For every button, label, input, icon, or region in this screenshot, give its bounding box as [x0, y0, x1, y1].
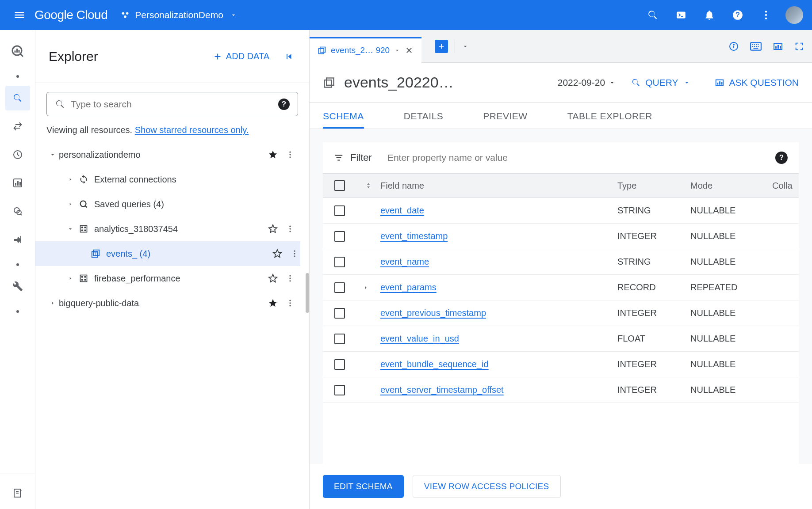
svg-point-7	[765, 11, 767, 12]
expand-arrow-icon[interactable]	[64, 275, 77, 281]
search-nav-icon[interactable]	[5, 86, 30, 110]
google-cloud-logo[interactable]: Google Cloud	[34, 8, 107, 22]
field-name-link[interactable]: event_bundle_sequence_id	[380, 359, 489, 369]
star-outline-icon[interactable]	[268, 273, 278, 283]
resources-filter-message: Viewing all resources. Show starred reso…	[46, 123, 298, 137]
field-name-link[interactable]: event_timestamp	[380, 231, 448, 241]
migration-nav-icon[interactable]	[5, 227, 30, 252]
star-outline-icon[interactable]	[272, 249, 282, 258]
svg-point-48	[289, 280, 291, 281]
scrollbar-thumb[interactable]	[306, 273, 309, 313]
project-selector[interactable]: PersonalizationDemo	[121, 10, 241, 20]
schema-tab[interactable]: SCHEMA	[323, 111, 364, 129]
field-name-link[interactable]: event_params	[380, 282, 437, 292]
close-tab-icon[interactable]	[405, 46, 414, 55]
expand-arrow-icon[interactable]	[46, 151, 59, 158]
row-checkbox[interactable]	[334, 359, 345, 370]
settings-nav-icon[interactable]	[5, 274, 30, 299]
dataset-node[interactable]: analytics_318037454	[46, 217, 298, 241]
ask-question-button[interactable]: ASK QUESTION	[715, 77, 799, 88]
field-name-link[interactable]: event_value_in_usd	[380, 334, 459, 343]
transfers-nav-icon[interactable]	[5, 114, 30, 139]
star-filled-icon[interactable]	[268, 298, 278, 308]
field-name-link[interactable]: event_server_timestamp_offset	[380, 385, 504, 395]
keyboard-icon[interactable]	[750, 42, 762, 51]
user-avatar[interactable]	[785, 6, 803, 24]
more-options-icon[interactable]	[755, 4, 777, 26]
project-node[interactable]: bigquery-public-data	[46, 291, 298, 315]
tab-overflow-icon[interactable]	[462, 43, 469, 50]
edit-schema-button[interactable]: EDIT SCHEMA	[323, 475, 404, 498]
svg-rect-26	[80, 226, 87, 232]
history-panel-icon[interactable]	[773, 41, 783, 52]
more-vert-icon[interactable]	[286, 274, 295, 283]
table-node-selected[interactable]: events_ (4)	[35, 241, 300, 266]
filter-help-icon[interactable]: ?	[775, 152, 788, 164]
row-checkbox[interactable]	[334, 205, 345, 216]
saved-queries-node[interactable]: Saved queries (4)	[46, 192, 298, 217]
field-name-link[interactable]: event_date	[380, 205, 424, 215]
expand-arrow-icon[interactable]	[64, 225, 77, 232]
collapse-panel-icon[interactable]	[280, 48, 298, 65]
svg-point-30	[84, 230, 86, 231]
scheduled-nav-icon[interactable]	[5, 142, 30, 167]
row-checkbox[interactable]	[334, 231, 345, 242]
collation-header[interactable]: Colla	[772, 181, 799, 191]
schema-field-row: event_nameSTRINGNULLABLE	[323, 249, 799, 275]
new-tab-button[interactable]: +	[435, 40, 448, 53]
hamburger-menu-icon[interactable]	[9, 4, 30, 26]
more-vert-icon[interactable]	[286, 224, 295, 233]
expand-arrow-icon[interactable]	[64, 176, 77, 182]
view-row-access-policies-button[interactable]: VIEW ROW ACCESS POLICIES	[413, 475, 561, 498]
more-vert-icon[interactable]	[290, 249, 299, 258]
more-vert-icon[interactable]	[286, 150, 295, 159]
partition-date-selector[interactable]: 2022-09-20	[558, 77, 616, 88]
help-icon[interactable]: ?	[727, 4, 748, 26]
editor-tab[interactable]: events_2… 920	[310, 37, 421, 63]
field-name-header[interactable]: Field name	[380, 181, 617, 191]
field-name-link[interactable]: event_name	[380, 257, 429, 266]
bigquery-logo-icon[interactable]	[5, 39, 30, 64]
expand-arrow-icon[interactable]	[46, 300, 59, 306]
bi-engine-nav-icon[interactable]	[5, 199, 30, 224]
table-explorer-tab[interactable]: TABLE EXPLORER	[567, 111, 652, 129]
select-all-checkbox[interactable]	[334, 180, 345, 191]
notifications-icon[interactable]	[699, 4, 720, 26]
star-outline-icon[interactable]	[268, 224, 278, 234]
sql-workspace-icon[interactable]	[5, 481, 30, 505]
row-checkbox[interactable]	[334, 257, 345, 267]
svg-rect-64	[756, 46, 757, 46]
show-starred-link[interactable]: Show starred resources only.	[135, 125, 249, 135]
field-name-link[interactable]: event_previous_timestamp	[380, 308, 486, 318]
row-checkbox[interactable]	[334, 308, 345, 319]
info-icon[interactable]	[728, 41, 739, 52]
fullscreen-icon[interactable]	[794, 42, 804, 51]
field-type: INTEGER	[617, 308, 690, 318]
svg-rect-69	[778, 45, 779, 49]
more-vert-icon[interactable]	[286, 299, 295, 308]
preview-tab[interactable]: PREVIEW	[483, 111, 527, 129]
type-header[interactable]: Type	[617, 181, 690, 191]
external-connections-node[interactable]: External connections	[46, 167, 298, 192]
expand-arrow-icon[interactable]	[363, 285, 369, 291]
row-checkbox[interactable]	[334, 334, 345, 344]
cloud-shell-icon[interactable]	[670, 4, 692, 26]
row-checkbox[interactable]	[334, 282, 345, 293]
search-icon[interactable]	[642, 4, 663, 26]
add-data-button[interactable]: ADD DATA	[213, 51, 269, 61]
sort-icon[interactable]	[356, 182, 380, 190]
chevron-down-icon[interactable]	[394, 47, 400, 53]
schema-table-header: Field name Type Mode Colla	[323, 173, 799, 198]
query-button[interactable]: QUERY	[631, 77, 690, 88]
dataset-node[interactable]: firebase_performance	[46, 266, 298, 291]
details-tab[interactable]: DETAILS	[404, 111, 443, 129]
schema-filter-input[interactable]	[387, 152, 775, 163]
star-filled-icon[interactable]	[268, 150, 278, 160]
explorer-search-input[interactable]: ?	[46, 92, 298, 116]
project-node[interactable]: personalizationdemo	[46, 142, 298, 167]
analytics-nav-icon[interactable]	[5, 171, 30, 195]
expand-arrow-icon[interactable]	[64, 201, 77, 207]
row-checkbox[interactable]	[334, 385, 345, 395]
mode-header[interactable]: Mode	[690, 181, 772, 191]
search-help-icon[interactable]: ?	[278, 99, 290, 110]
